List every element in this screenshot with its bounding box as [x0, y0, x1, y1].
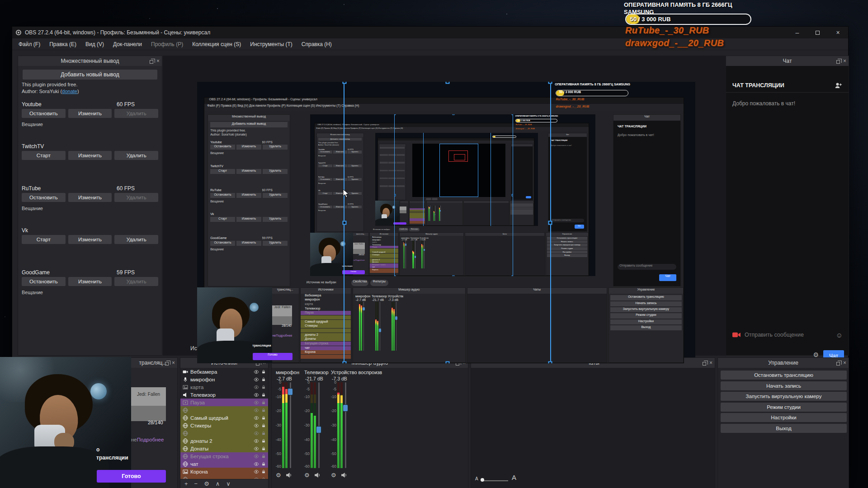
eye-icon[interactable] — [254, 408, 259, 413]
menu-item-2[interactable]: Вид (V) — [81, 38, 108, 50]
settings-icon[interactable]: ⚙ — [204, 480, 209, 487]
font-size-slider[interactable] — [482, 480, 508, 481]
control-button-1[interactable]: Начать запись — [721, 381, 847, 390]
eye-icon[interactable] — [254, 469, 259, 474]
service-button[interactable]: Остановить — [22, 193, 66, 202]
eye-icon[interactable] — [254, 369, 259, 375]
control-button-3[interactable]: Режим студии — [721, 403, 847, 412]
speaker2-icon[interactable] — [314, 472, 320, 478]
lock-icon[interactable] — [261, 423, 266, 428]
service-button[interactable]: Изменить — [68, 193, 112, 202]
smiley-icon[interactable]: ☺ — [836, 331, 843, 339]
maximize-button[interactable] — [807, 27, 828, 38]
menu-item-6[interactable]: Инструменты (T) — [245, 38, 297, 50]
eye-icon[interactable] — [254, 454, 259, 459]
move-down-icon[interactable]: ∨ — [226, 480, 231, 487]
source-row[interactable]: Донаты — [180, 445, 268, 452]
lock-icon[interactable] — [261, 377, 266, 382]
fader-handle[interactable] — [316, 426, 321, 433]
stream-done-button[interactable]: Готово — [97, 470, 166, 483]
menu-item-7[interactable]: Справка (H) — [297, 38, 336, 50]
fader-track[interactable] — [318, 382, 320, 468]
eye-icon[interactable] — [254, 431, 259, 436]
service-button[interactable]: Изменить — [68, 235, 112, 244]
fader-handle[interactable] — [288, 388, 293, 395]
eye-icon[interactable] — [254, 461, 259, 467]
stream-dock-header[interactable]: трансляц... × — [129, 358, 177, 368]
source-row[interactable]: Корона — [180, 468, 268, 475]
eye-icon[interactable] — [254, 423, 259, 428]
lock-icon[interactable] — [261, 400, 266, 405]
stream-more-link[interactable]: Подробнее — [137, 437, 164, 442]
eye-icon[interactable] — [254, 446, 259, 451]
selection-handle[interactable] — [445, 82, 449, 84]
control-button-0[interactable]: Остановить трансляцию — [721, 371, 847, 380]
lock-icon[interactable] — [261, 469, 266, 474]
chat-dock-header[interactable]: Чат × — [726, 56, 849, 66]
move-up-icon[interactable]: ∧ — [216, 480, 220, 487]
service-button[interactable]: Изменить — [68, 151, 112, 160]
source-row[interactable]: донаты 2 — [180, 437, 268, 445]
selection-handle[interactable] — [343, 221, 347, 225]
service-button[interactable]: Удалить — [114, 193, 158, 202]
source-row[interactable] — [180, 406, 268, 414]
eye-icon[interactable] — [254, 415, 259, 421]
lock-icon[interactable] — [261, 446, 266, 451]
remove-icon[interactable]: − — [194, 480, 198, 487]
service-button[interactable]: Изменить — [68, 109, 112, 118]
control-button-2[interactable]: Запустить виртуальную камеру — [721, 392, 847, 401]
service-button[interactable]: Удалить — [114, 151, 158, 160]
lock-icon[interactable] — [261, 462, 266, 466]
service-button[interactable]: Старт — [22, 151, 66, 160]
menu-item-5[interactable]: Коллекция сцен (S) — [188, 38, 245, 50]
source-row[interactable]: микрофон — [180, 375, 268, 383]
lock-icon[interactable] — [261, 385, 266, 389]
preview-canvas[interactable]: ОПЕРАТИВНАЯ ПАМЯТЬ 8 ГБ 2666ГЦ SAMSUNG50… — [197, 82, 695, 363]
close-dock-icon[interactable]: × — [172, 360, 175, 366]
source-row[interactable]: Вебкамера — [180, 368, 268, 375]
lock-icon[interactable] — [261, 370, 266, 374]
font-size-slider-handle[interactable] — [481, 478, 484, 482]
eye-icon[interactable] — [254, 377, 259, 382]
service-button[interactable]: Старт — [22, 235, 66, 244]
service-button[interactable]: Удалить — [114, 235, 158, 244]
selection-handle[interactable] — [548, 221, 552, 225]
selection-handle[interactable] — [548, 82, 552, 84]
service-button[interactable]: Удалить — [114, 109, 158, 118]
menu-item-0[interactable]: Файл (F) — [14, 38, 45, 50]
source-selection-box[interactable] — [344, 82, 551, 363]
control-button-5[interactable]: Выход — [721, 424, 847, 433]
source-row[interactable]: Бегущая строка — [180, 452, 268, 460]
mixer-gear-icon[interactable]: ⚙ — [304, 472, 310, 479]
lock-icon[interactable] — [261, 439, 266, 443]
video-camera-icon[interactable] — [732, 332, 741, 338]
eye-icon[interactable] — [254, 400, 259, 405]
selection-handle[interactable] — [548, 361, 552, 364]
menu-item-3[interactable]: Док-панели — [108, 38, 146, 50]
speaker2-icon[interactable] — [341, 472, 347, 478]
minimize-button[interactable]: – — [787, 27, 807, 38]
add-icon[interactable]: + — [184, 480, 188, 487]
service-button[interactable]: Остановить — [22, 109, 66, 118]
title-bar[interactable]: OBS 27.2.4 (64-bit, windows) - Профиль: … — [12, 27, 848, 38]
chat-people-icon[interactable] — [835, 81, 842, 89]
lock-icon[interactable] — [261, 416, 266, 420]
source-row[interactable]: Стикеры — [180, 422, 268, 429]
source-row[interactable]: чат — [180, 460, 268, 468]
popout-icon[interactable] — [836, 60, 840, 64]
service-button[interactable]: Изменить — [68, 277, 112, 286]
source-row[interactable]: Самый щедрый — [180, 414, 268, 422]
close-dock-icon[interactable]: × — [709, 360, 712, 366]
close-button[interactable]: × — [828, 27, 848, 38]
mixer-gear-icon[interactable]: ⚙ — [276, 472, 281, 479]
eye-icon[interactable] — [254, 385, 259, 390]
chat-message-input[interactable] — [745, 332, 821, 338]
eye-icon[interactable] — [254, 392, 259, 398]
speaker2-icon[interactable] — [286, 472, 292, 478]
selection-handle[interactable] — [445, 361, 449, 364]
lock-icon[interactable] — [261, 431, 266, 436]
lock-icon[interactable] — [261, 393, 266, 397]
service-button[interactable]: Удалить — [114, 277, 158, 286]
eye-icon[interactable] — [254, 438, 259, 444]
control-button-4[interactable]: Настройки — [721, 413, 847, 422]
